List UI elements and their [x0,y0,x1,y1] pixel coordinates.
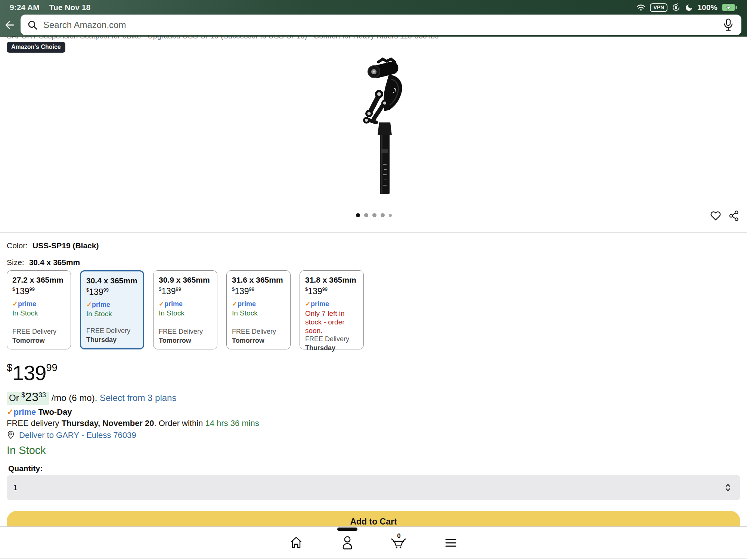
size-option-card[interactable]: 31.8 x 365mm $13999 ✓prime Only 7 left i… [300,270,364,349]
option-delivery-day: Tomorrow [12,337,66,345]
option-delivery-day: Thursday [86,336,138,344]
option-size: 27.2 x 365mm [12,276,66,284]
deliver-to-link[interactable]: Deliver to GARY - Euless 76039 [7,430,136,440]
option-stock: In Stock [12,309,66,317]
search-icon [27,20,38,30]
option-delivery: FREE Delivery [159,328,212,336]
prime-logo: ✓prime [232,300,285,308]
option-delivery: FREE Delivery [232,328,285,336]
screen-edge [0,559,747,559]
screen: SAFORT Suspension Seatpost for eBike - U… [0,0,747,560]
option-size: 31.8 x 365mm [305,276,359,284]
rotation-lock-icon [672,3,681,12]
battery-percent: 100% [697,3,717,12]
section-divider [0,232,747,233]
stepper-chevrons-icon [725,483,731,492]
option-stock-warning: Only 7 left in stock - order soon. [305,309,359,335]
option-stock: In Stock [159,309,212,317]
carousel-dots [356,213,392,217]
bottom-nav: 0 [0,526,747,560]
back-button[interactable] [3,18,17,32]
status-bar: 9:24 AM Tue Nov 18 VPN [0,0,747,14]
option-delivery-day: Tomorrow [159,337,212,345]
option-stock: In Stock [86,310,138,318]
option-price: $13999 [305,286,359,296]
cart-icon[interactable]: 0 [390,532,408,551]
home-icon[interactable] [289,535,304,550]
carousel-dot[interactable] [381,213,385,217]
search-row: Search Amazon.com [0,14,747,35]
select-plans-link[interactable]: Select from 3 plans [100,393,176,403]
installment-row: Or $2333 /mo (6 mo). Select from 3 plans [7,390,176,404]
option-price: $13999 [159,286,212,296]
option-stock: In Stock [232,309,285,317]
stock-status: In Stock [7,444,46,457]
status-date: Tue Nov 18 [49,3,90,12]
product-image[interactable] [357,55,413,197]
color-row: Color: USS-SP19 (Black) [7,241,99,250]
size-label: Size: [7,258,24,267]
size-option-card[interactable]: 27.2 x 365mm $13999 ✓prime In Stock FREE… [7,270,71,349]
option-delivery: FREE Delivery [86,327,138,335]
carousel-dot[interactable] [356,213,360,217]
prime-logo: ✓prime [159,300,212,308]
section-divider [0,357,747,357]
option-delivery-day: Thursday [305,344,359,352]
option-size: 31.6 x 365mm [232,276,285,284]
option-size: 30.4 x 365mm [86,276,138,285]
vpn-badge: VPN [650,3,667,12]
size-option-card[interactable]: 30.9 x 365mm $13999 ✓prime In Stock FREE… [153,270,217,349]
deliver-to-text: Deliver to GARY - Euless 76039 [19,430,136,440]
carousel-dot[interactable] [364,213,368,217]
carousel-dot[interactable] [389,214,392,217]
order-countdown: 14 hrs 36 mins [205,419,259,428]
quantity-value: 1 [13,483,18,492]
app-header: 9:24 AM Tue Nov 18 VPN [0,0,747,37]
menu-icon[interactable] [444,536,459,549]
prime-two-day: ✓prime Two-Day [7,407,72,417]
option-delivery: FREE Delivery [12,328,66,336]
option-price: $13999 [86,287,138,297]
status-time: 9:24 AM [10,3,40,12]
active-tab-indicator [337,528,357,531]
amazons-choice-badge: Amazon's Choice [7,42,65,53]
quantity-label: Quantity: [8,464,43,473]
option-delivery-day: Tomorrow [232,337,285,345]
option-size: 30.9 x 365mm [159,276,212,284]
night-mode-icon [685,3,693,12]
prime-logo: ✓prime [305,300,359,308]
microphone-icon[interactable] [723,18,735,32]
location-pin-icon [7,430,15,440]
size-value: 30.4 x 365mm [29,258,80,267]
cart-count: 0 [397,532,400,540]
product-price: $13999 [7,361,58,385]
carousel-dot[interactable] [372,213,376,217]
size-options: 27.2 x 365mm $13999 ✓prime In Stock FREE… [7,270,364,349]
account-icon[interactable] [340,535,355,550]
quantity-stepper[interactable]: 1 [7,475,740,500]
option-price: $13999 [232,286,285,296]
size-option-card-selected[interactable]: 30.4 x 365mm $13999 ✓prime In Stock FREE… [80,270,144,349]
prime-logo: ✓prime [12,300,66,308]
size-row: Size: 30.4 x 365mm [7,258,80,267]
size-option-card[interactable]: 31.6 x 365mm $13999 ✓prime In Stock FREE… [226,270,291,349]
search-input[interactable]: Search Amazon.com [21,15,741,35]
option-delivery: FREE Delivery [305,335,359,343]
color-label: Color: [7,241,28,250]
option-price: $13999 [12,286,66,296]
battery-icon [722,3,737,12]
wifi-icon [636,3,646,12]
color-value: USS-SP19 (Black) [32,241,99,250]
prime-logo: ✓prime [86,301,138,309]
delivery-line: FREE delivery Thursday, November 20. Ord… [7,419,259,428]
search-placeholder: Search Amazon.com [43,20,126,30]
share-icon[interactable] [729,210,741,222]
favorite-heart-icon[interactable] [710,210,722,222]
installment-highlight: Or $2333 [7,392,49,405]
